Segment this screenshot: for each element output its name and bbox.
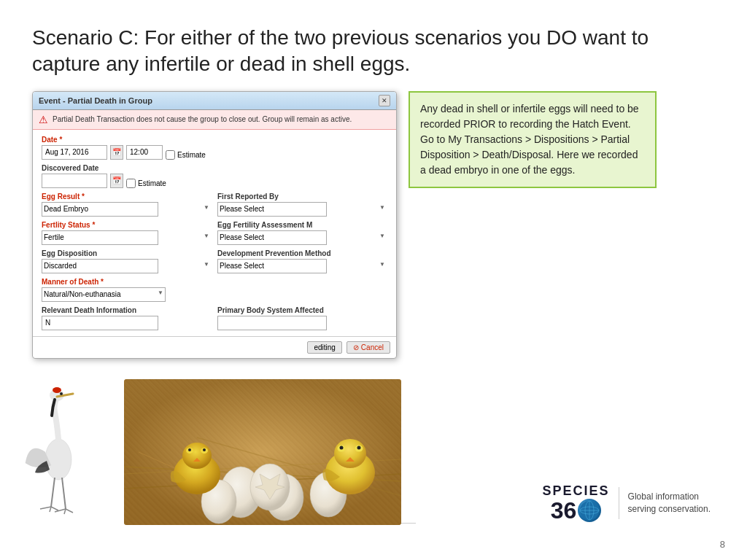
svg-line-31 [62,478,66,509]
first-reported-group: First Reported By Please Select [217,192,387,217]
dialog-wrapper: Event - Partial Death in Group ✕ ⚠ Parti… [32,91,397,359]
tagline-line1: Global information [628,491,711,503]
svg-line-34 [51,507,58,510]
calendar-button[interactable]: 📅 [110,145,123,160]
dev-prevention-label: Development Prevention Method [217,249,387,257]
dev-prevention-group: Development Prevention Method Please Sel… [217,249,387,273]
egg-fertility-group: Egg Fertility Assessment M Please Select [217,221,387,245]
discovered-estimate-label: Estimate [138,179,166,187]
dev-prevention-select-wrapper: Please Select [217,259,387,273]
annotation-text: Any dead in shell or infertile eggs will… [420,103,639,176]
crane-image [15,379,102,525]
fertility-status-select-wrapper: Fertile [42,230,212,245]
page-number: 8 [720,539,725,550]
fertility-row: Fertlity Status * Fertile Egg Fertility … [42,221,387,245]
manner-of-death-label: Manner of Death * [42,278,387,286]
species-36: 36 [551,499,577,522]
relevant-death-group: Relevant Death Information [42,306,212,330]
slide-title: Scenario C: For either of the two previo… [32,25,703,78]
dialog-body: Date * 📅 Estimate Di [33,130,396,336]
estimate-label: Estimate [177,151,206,159]
dialog-close-button[interactable]: ✕ [379,95,390,106]
date-input[interactable] [42,145,107,160]
date-field-group: Date * 📅 Estimate [42,136,387,160]
svg-line-30 [51,478,55,507]
discovered-date-row: 📅 Estimate [42,174,387,188]
egg-fertility-select-wrapper: Please Select [217,230,387,245]
event-dialog: Event - Partial Death in Group ✕ ⚠ Parti… [32,91,397,359]
svg-point-27 [53,387,61,393]
slide-container: Scenario C: For either of the two previo… [0,0,747,560]
fertility-status-select[interactable]: Fertile [42,230,158,245]
primary-body-label: Primary Body System Affected [217,306,387,314]
disposition-row: Egg Disposition Discarded Development Pr… [42,249,387,273]
discovered-date-label: Discovered Date [42,164,387,172]
discovered-estimate-row: Estimate [126,179,166,188]
egg-disposition-label: Egg Disposition [42,249,212,257]
fertility-status-group: Fertlity Status * Fertile [42,221,212,245]
dev-prevention-select[interactable]: Please Select [217,259,327,273]
egg-disposition-group: Egg Disposition Discarded [42,249,212,273]
egg-fertility-label: Egg Fertility Assessment M [217,221,387,229]
first-reported-select-wrapper: Please Select [217,202,387,217]
species-number: 36 [551,499,602,522]
discovered-date-group: Discovered Date 📅 Estimate [42,164,387,188]
relevant-death-row: Relevant Death Information Primary Body … [42,306,387,330]
date-row: 📅 Estimate [42,145,387,160]
editing-button[interactable]: editing [307,341,341,354]
dialog-titlebar: Event - Partial Death in Group ✕ [33,92,396,110]
cancel-label: Cancel [361,343,384,351]
chick-photo [124,379,401,525]
globe-svg [579,500,600,521]
chick-scene-svg [124,379,401,525]
discovered-date-input[interactable] [42,174,107,188]
egg-result-row: Egg Result * Dead Embryo First Reported … [42,192,387,217]
fertility-status-label: Fertlity Status * [42,221,212,229]
logo-tagline: Global information serving conservation. [628,491,711,516]
crane-svg [15,379,102,525]
egg-result-select[interactable]: Dead Embryo [42,202,158,217]
dialog-warning-bar: ⚠ Partial Death Transaction does not cau… [33,110,396,130]
species360-logo-area: SPECIES 36 Global information serving co… [543,483,711,522]
tagline-line2: serving conservation. [628,503,711,516]
relevant-death-label: Relevant Death Information [42,306,212,314]
egg-fertility-select[interactable]: Please Select [217,230,327,245]
dialog-footer: editing ⊘ Cancel [33,336,396,358]
primary-body-input[interactable] [217,316,327,330]
svg-point-25 [45,439,71,480]
time-input[interactable] [126,145,163,160]
cancel-icon: ⊘ [353,343,359,351]
svg-point-12 [182,443,212,469]
svg-line-37 [66,509,73,513]
annotation-box: Any dead in shell or infertile eggs will… [409,91,657,188]
globe-icon [578,499,601,522]
svg-point-16 [203,448,206,451]
discovered-calendar-button[interactable]: 📅 [110,174,123,188]
date-label: Date * [42,136,387,144]
svg-point-29 [60,392,63,395]
dialog-title: Event - Partial Death in Group [39,96,152,105]
egg-disposition-select-wrapper: Discarded [42,259,212,273]
logo-divider [619,487,619,519]
relevant-death-input[interactable] [42,316,158,330]
estimate-checkbox[interactable] [166,150,175,160]
warning-icon: ⚠ [39,114,48,125]
svg-point-23 [357,446,361,450]
discovered-estimate-checkbox[interactable] [126,179,136,188]
egg-disposition-select[interactable]: Discarded [42,259,158,273]
svg-point-22 [340,446,344,450]
manner-of-death-select[interactable]: Natural/Non-euthanasia [42,287,166,302]
egg-result-select-wrapper: Dead Embryo [42,202,212,217]
cancel-button[interactable]: ⊘ Cancel [347,341,390,354]
svg-point-19 [334,439,366,468]
egg-result-label: Egg Result * [42,192,212,201]
manner-of-death-group: Manner of Death * Natural/Non-euthanasia [42,278,387,302]
first-reported-select[interactable]: Please Select [217,202,327,217]
species-label: SPECIES [543,483,610,499]
svg-line-32 [40,507,51,509]
dialog-warning-text: Partial Death Transaction does not cause… [53,115,352,123]
svg-point-15 [188,448,191,451]
estimate-checkbox-row: Estimate [166,150,206,160]
egg-result-group: Egg Result * Dead Embryo [42,192,212,217]
content-area: Event - Partial Death in Group ✕ ⚠ Parti… [32,91,724,359]
